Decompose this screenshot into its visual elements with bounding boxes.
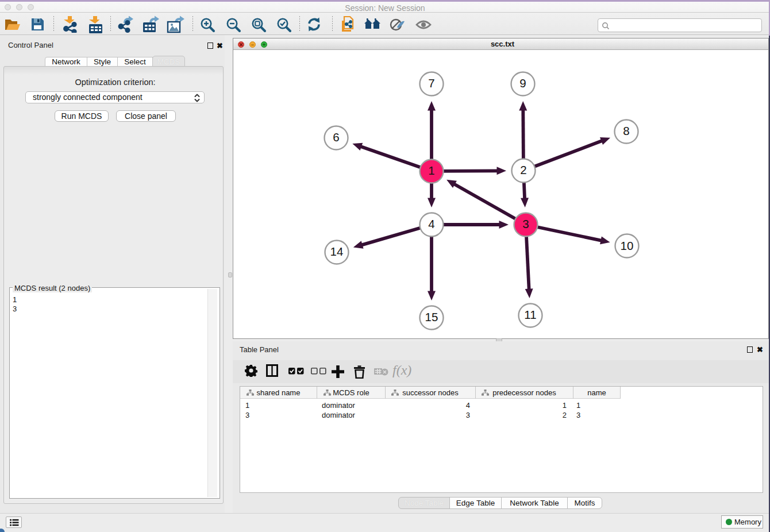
svg-text:15: 15: [425, 310, 438, 323]
svg-text:1: 1: [428, 164, 434, 177]
svg-text:9: 9: [519, 76, 526, 90]
svg-text:4: 4: [428, 217, 434, 230]
svg-text:10: 10: [621, 239, 634, 252]
svg-text:3: 3: [522, 217, 529, 230]
svg-text:2: 2: [520, 163, 526, 176]
svg-text:7: 7: [428, 76, 434, 90]
svg-text:11: 11: [524, 308, 536, 321]
svg-text:6: 6: [333, 130, 339, 144]
svg-text:14: 14: [330, 245, 344, 258]
svg-text:8: 8: [623, 124, 629, 137]
